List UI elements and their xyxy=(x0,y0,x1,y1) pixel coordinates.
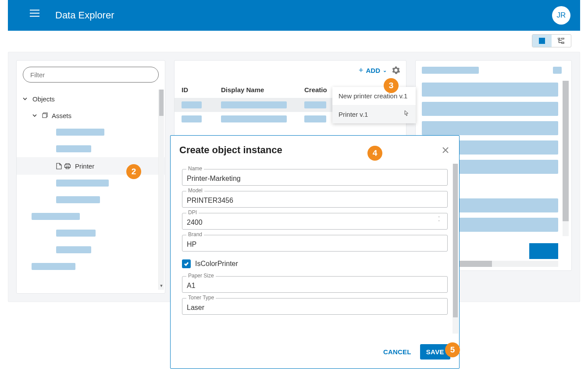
hamburger-menu-icon[interactable] xyxy=(30,10,40,20)
printer-icon xyxy=(64,163,71,169)
checkbox-checked-icon[interactable] xyxy=(182,259,191,268)
instances-panel: + ADD ⌄ ID Display Name Creatio xyxy=(174,60,406,148)
panel-title-placeholder xyxy=(422,67,479,74)
tree-node-objects[interactable]: Objects xyxy=(17,90,165,107)
model-input[interactable] xyxy=(182,191,448,208)
modal-title: Create object instance xyxy=(179,144,282,156)
view-toggle xyxy=(532,34,571,47)
annotation-bubble-5: 5 xyxy=(445,342,460,357)
add-label: ADD xyxy=(366,67,381,74)
close-icon[interactable] xyxy=(442,146,449,154)
field-model: Model xyxy=(182,191,448,208)
field-label: Paper Size xyxy=(186,273,216,279)
gear-icon[interactable] xyxy=(392,66,400,74)
dropdown-item-new-printer-creation[interactable]: New printer creation v.1 xyxy=(332,87,416,105)
list-item[interactable] xyxy=(422,83,558,97)
number-stepper[interactable]: ˄˅ xyxy=(438,216,445,224)
dropdown-item-label: Printer v.1 xyxy=(339,111,368,118)
field-toner-type: Toner Type xyxy=(182,298,448,315)
app-title: Data Explorer xyxy=(55,10,114,21)
user-avatar[interactable]: JR xyxy=(552,6,570,25)
tree-item[interactable] xyxy=(17,175,165,191)
scrollbar-thumb[interactable] xyxy=(453,164,458,317)
field-label: Toner Type xyxy=(186,295,216,301)
col-display-name[interactable]: Display Name xyxy=(221,86,304,94)
list-item[interactable] xyxy=(422,102,558,116)
svg-rect-1 xyxy=(562,38,564,39)
scrollbar-thumb[interactable] xyxy=(159,90,164,116)
tree-node-printer[interactable]: Printer xyxy=(17,157,165,175)
object-tree-panel: Objects Assets Printer ▲ ▼ xyxy=(16,60,165,294)
scrollbar-thumb[interactable] xyxy=(563,81,569,221)
svg-rect-4 xyxy=(43,114,46,118)
add-button[interactable]: + ADD ⌄ xyxy=(359,66,387,75)
chevron-down-icon: ⌄ xyxy=(383,68,387,73)
svg-rect-7 xyxy=(66,167,69,169)
list-item[interactable] xyxy=(422,121,558,135)
paper-size-input[interactable] xyxy=(182,276,448,293)
add-dropdown-menu: New printer creation v.1 Printer v.1 xyxy=(332,87,416,123)
field-is-color-printer[interactable]: IsColorPrinter xyxy=(181,257,455,271)
view-grid-button[interactable] xyxy=(532,35,552,47)
dropdown-item-printer-v1[interactable]: Printer v.1 xyxy=(332,105,416,123)
tree-item[interactable] xyxy=(17,140,165,157)
field-dpi: DPI ˄˅ xyxy=(182,213,448,230)
annotation-bubble-2: 2 xyxy=(126,164,141,179)
scrollbar-vertical[interactable] xyxy=(563,81,569,236)
filter-input[interactable] xyxy=(23,67,159,83)
brand-input[interactable] xyxy=(182,235,448,252)
svg-rect-0 xyxy=(558,38,560,39)
field-name: Name xyxy=(182,169,448,186)
left-scrollbar[interactable]: ▲ ▼ xyxy=(158,90,164,290)
checkbox-label: IsColorPrinter xyxy=(195,260,238,268)
object-tree: Objects Assets Printer xyxy=(17,90,165,275)
tree-item[interactable] xyxy=(17,258,165,275)
field-label: Model xyxy=(186,187,204,194)
tree-label: Objects xyxy=(32,95,55,103)
field-brand: Brand xyxy=(182,235,448,252)
field-label: Brand xyxy=(186,231,204,237)
tree-node-assets[interactable]: Assets xyxy=(17,107,165,124)
chevron-down-icon xyxy=(32,112,38,119)
cancel-button[interactable]: CANCEL xyxy=(379,345,416,359)
tree-item[interactable] xyxy=(17,225,165,241)
panel-action-button[interactable] xyxy=(529,243,558,259)
create-instance-modal: Create object instance Name Model DPI ˄˅… xyxy=(170,135,460,369)
tree-item[interactable] xyxy=(17,191,165,208)
col-id[interactable]: ID xyxy=(182,86,221,94)
view-tree-button[interactable] xyxy=(552,35,571,47)
modal-scrollbar[interactable] xyxy=(453,164,458,334)
file-icon xyxy=(56,163,62,169)
cursor-pointer-icon xyxy=(403,110,410,118)
field-label: DPI xyxy=(186,209,199,216)
chevron-down-icon xyxy=(22,96,28,102)
toner-type-input[interactable] xyxy=(182,298,448,315)
tree-label: Assets xyxy=(52,112,71,119)
annotation-bubble-4: 4 xyxy=(367,146,382,161)
svg-rect-2 xyxy=(562,42,564,43)
top-bar: Data Explorer JR xyxy=(8,0,580,31)
tree-item[interactable] xyxy=(17,241,165,258)
name-input[interactable] xyxy=(182,169,448,186)
plus-icon: + xyxy=(359,66,363,75)
field-label: Name xyxy=(186,165,204,172)
tree-item[interactable] xyxy=(17,208,165,225)
stack-icon xyxy=(42,112,48,119)
panel-action-placeholder[interactable] xyxy=(553,67,562,74)
dpi-input[interactable] xyxy=(182,213,448,230)
svg-rect-6 xyxy=(65,165,71,167)
tree-label: Printer xyxy=(75,162,94,170)
col-creation[interactable]: Creatio xyxy=(304,86,327,94)
field-paper-size: Paper Size xyxy=(182,276,448,293)
tree-item[interactable] xyxy=(17,124,165,140)
dropdown-item-label: New printer creation v.1 xyxy=(339,92,407,100)
annotation-bubble-3: 3 xyxy=(384,78,399,93)
